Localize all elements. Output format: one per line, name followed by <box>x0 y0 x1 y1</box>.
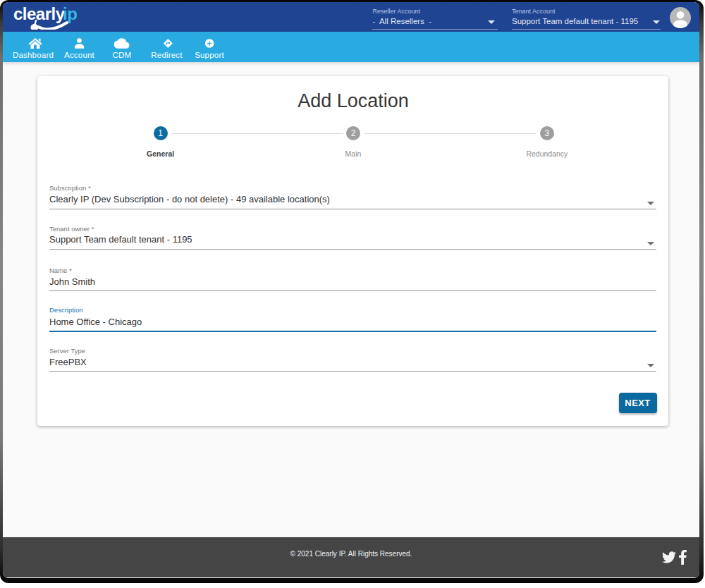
svg-text:clearly: clearly <box>13 4 66 23</box>
svg-text:ip: ip <box>63 4 77 23</box>
